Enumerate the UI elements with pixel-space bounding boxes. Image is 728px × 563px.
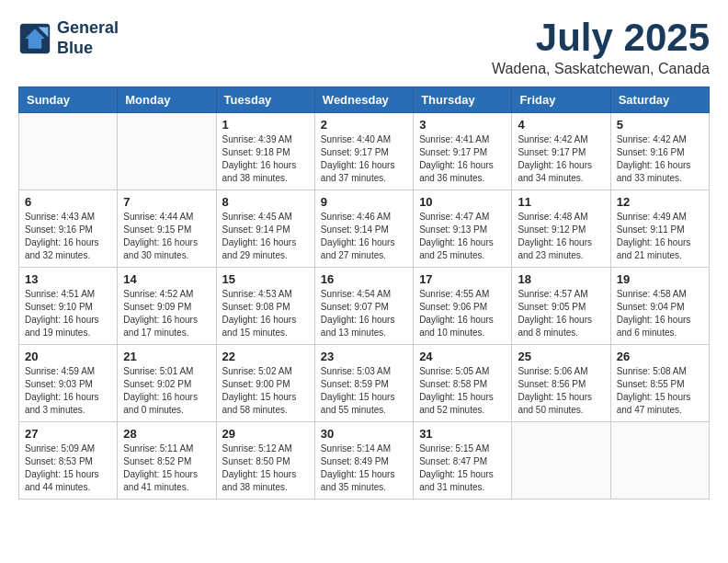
day-info: Sunrise: 4:47 AMSunset: 9:13 PMDaylight:… — [419, 211, 506, 262]
day-number: 25 — [518, 350, 604, 363]
day-number: 19 — [617, 272, 703, 286]
day-info: Sunrise: 4:58 AMSunset: 9:04 PMDaylight:… — [617, 288, 703, 339]
day-info: Sunrise: 4:51 AMSunset: 9:10 PMDaylight:… — [25, 288, 111, 339]
day-cell: 19Sunrise: 4:58 AMSunset: 9:04 PMDayligh… — [610, 268, 709, 345]
header: General Blue July 2025 Wadena, Saskatche… — [18, 18, 710, 77]
day-number: 24 — [419, 350, 506, 363]
day-cell: 24Sunrise: 5:05 AMSunset: 8:58 PMDayligh… — [414, 345, 512, 422]
day-info: Sunrise: 5:09 AMSunset: 8:53 PMDaylight:… — [25, 442, 111, 494]
day-cell: 20Sunrise: 4:59 AMSunset: 9:03 PMDayligh… — [19, 345, 118, 422]
day-info: Sunrise: 4:44 AMSunset: 9:15 PMDaylight:… — [123, 211, 210, 262]
day-number: 29 — [222, 427, 309, 441]
day-number: 16 — [321, 272, 407, 286]
day-cell: 18Sunrise: 4:57 AMSunset: 9:05 PMDayligh… — [512, 268, 610, 345]
day-cell: 2Sunrise: 4:40 AMSunset: 9:17 PMDaylight… — [314, 113, 413, 190]
day-cell: 16Sunrise: 4:54 AMSunset: 9:07 PMDayligh… — [314, 268, 413, 345]
day-number: 20 — [25, 350, 111, 363]
day-cell: 25Sunrise: 5:06 AMSunset: 8:56 PMDayligh… — [512, 345, 610, 422]
day-cell — [118, 113, 216, 190]
day-cell: 1Sunrise: 4:39 AMSunset: 9:18 PMDaylight… — [216, 113, 314, 190]
day-cell: 11Sunrise: 4:48 AMSunset: 9:12 PMDayligh… — [512, 190, 610, 268]
week-row-4: 20Sunrise: 4:59 AMSunset: 9:03 PMDayligh… — [19, 345, 710, 422]
day-number: 1 — [222, 118, 309, 132]
weekday-header-monday: Monday — [118, 87, 216, 113]
week-row-2: 6Sunrise: 4:43 AMSunset: 9:16 PMDaylight… — [19, 190, 710, 268]
day-cell: 13Sunrise: 4:51 AMSunset: 9:10 PMDayligh… — [19, 268, 118, 345]
day-info: Sunrise: 4:41 AMSunset: 9:17 PMDaylight:… — [419, 133, 506, 185]
month-title: July 2025 — [492, 18, 710, 57]
day-info: Sunrise: 4:49 AMSunset: 9:11 PMDaylight:… — [617, 211, 703, 262]
day-info: Sunrise: 4:42 AMSunset: 9:17 PMDaylight:… — [518, 133, 604, 185]
weekday-header-row: SundayMondayTuesdayWednesdayThursdayFrid… — [19, 87, 710, 113]
calendar-table: SundayMondayTuesdayWednesdayThursdayFrid… — [18, 86, 710, 500]
day-number: 11 — [518, 195, 604, 209]
title-area: July 2025 Wadena, Saskatchewan, Canada — [492, 18, 710, 77]
day-cell: 17Sunrise: 4:55 AMSunset: 9:06 PMDayligh… — [414, 268, 512, 345]
day-cell: 4Sunrise: 4:42 AMSunset: 9:17 PMDaylight… — [512, 113, 610, 190]
day-number: 18 — [518, 272, 604, 286]
day-number: 6 — [25, 195, 111, 209]
weekday-header-friday: Friday — [512, 87, 610, 113]
day-number: 30 — [321, 427, 407, 441]
day-info: Sunrise: 4:42 AMSunset: 9:16 PMDaylight:… — [617, 133, 703, 185]
day-info: Sunrise: 5:01 AMSunset: 9:02 PMDaylight:… — [123, 365, 210, 417]
day-cell: 8Sunrise: 4:45 AMSunset: 9:14 PMDaylight… — [216, 190, 314, 268]
week-row-1: 1Sunrise: 4:39 AMSunset: 9:18 PMDaylight… — [19, 113, 710, 190]
day-number: 28 — [123, 427, 210, 441]
logo-icon — [18, 22, 51, 55]
day-cell: 3Sunrise: 4:41 AMSunset: 9:17 PMDaylight… — [414, 113, 512, 190]
day-cell: 31Sunrise: 5:15 AMSunset: 8:47 PMDayligh… — [414, 422, 512, 500]
day-cell: 10Sunrise: 4:47 AMSunset: 9:13 PMDayligh… — [414, 190, 512, 268]
day-info: Sunrise: 5:03 AMSunset: 8:59 PMDaylight:… — [321, 365, 407, 417]
weekday-header-saturday: Saturday — [610, 87, 709, 113]
day-info: Sunrise: 4:46 AMSunset: 9:14 PMDaylight:… — [321, 211, 407, 262]
day-number: 21 — [123, 350, 210, 363]
day-info: Sunrise: 4:57 AMSunset: 9:05 PMDaylight:… — [518, 288, 604, 339]
day-info: Sunrise: 5:05 AMSunset: 8:58 PMDaylight:… — [419, 365, 506, 417]
day-number: 31 — [419, 427, 506, 441]
day-info: Sunrise: 4:59 AMSunset: 9:03 PMDaylight:… — [25, 365, 111, 417]
day-info: Sunrise: 5:02 AMSunset: 9:00 PMDaylight:… — [222, 365, 309, 417]
day-info: Sunrise: 4:52 AMSunset: 9:09 PMDaylight:… — [123, 288, 210, 339]
day-number: 2 — [321, 118, 407, 132]
day-cell: 26Sunrise: 5:08 AMSunset: 8:55 PMDayligh… — [610, 345, 709, 422]
day-number: 12 — [617, 195, 703, 209]
day-cell: 7Sunrise: 4:44 AMSunset: 9:15 PMDaylight… — [118, 190, 216, 268]
day-cell — [610, 422, 709, 500]
day-number: 9 — [321, 195, 407, 209]
day-info: Sunrise: 4:39 AMSunset: 9:18 PMDaylight:… — [222, 133, 309, 185]
day-cell: 22Sunrise: 5:02 AMSunset: 9:00 PMDayligh… — [216, 345, 314, 422]
day-cell: 5Sunrise: 4:42 AMSunset: 9:16 PMDaylight… — [610, 113, 709, 190]
week-row-5: 27Sunrise: 5:09 AMSunset: 8:53 PMDayligh… — [19, 422, 710, 500]
weekday-header-sunday: Sunday — [19, 87, 118, 113]
day-cell: 27Sunrise: 5:09 AMSunset: 8:53 PMDayligh… — [19, 422, 118, 500]
day-info: Sunrise: 4:54 AMSunset: 9:07 PMDaylight:… — [321, 288, 407, 339]
page-container: General Blue July 2025 Wadena, Saskatche… — [18, 18, 710, 500]
day-number: 10 — [419, 195, 506, 209]
day-info: Sunrise: 4:40 AMSunset: 9:17 PMDaylight:… — [321, 133, 407, 185]
day-number: 7 — [123, 195, 210, 209]
day-number: 5 — [617, 118, 703, 132]
weekday-header-tuesday: Tuesday — [216, 87, 314, 113]
day-cell: 23Sunrise: 5:03 AMSunset: 8:59 PMDayligh… — [314, 345, 413, 422]
logo: General Blue — [18, 18, 119, 58]
day-cell: 28Sunrise: 5:11 AMSunset: 8:52 PMDayligh… — [118, 422, 216, 500]
day-cell: 21Sunrise: 5:01 AMSunset: 9:02 PMDayligh… — [118, 345, 216, 422]
day-number: 8 — [222, 195, 309, 209]
day-number: 3 — [419, 118, 506, 132]
day-info: Sunrise: 4:45 AMSunset: 9:14 PMDaylight:… — [222, 211, 309, 262]
day-cell: 14Sunrise: 4:52 AMSunset: 9:09 PMDayligh… — [118, 268, 216, 345]
location-title: Wadena, Saskatchewan, Canada — [492, 61, 710, 77]
day-info: Sunrise: 5:14 AMSunset: 8:49 PMDaylight:… — [321, 442, 407, 494]
weekday-header-thursday: Thursday — [414, 87, 512, 113]
day-number: 4 — [518, 118, 604, 132]
day-number: 13 — [25, 272, 111, 286]
day-cell: 29Sunrise: 5:12 AMSunset: 8:50 PMDayligh… — [216, 422, 314, 500]
day-info: Sunrise: 5:15 AMSunset: 8:47 PMDaylight:… — [419, 442, 506, 494]
day-info: Sunrise: 5:06 AMSunset: 8:56 PMDaylight:… — [518, 365, 604, 417]
day-cell: 6Sunrise: 4:43 AMSunset: 9:16 PMDaylight… — [19, 190, 118, 268]
day-cell: 30Sunrise: 5:14 AMSunset: 8:49 PMDayligh… — [314, 422, 413, 500]
logo-text: General Blue — [57, 18, 119, 58]
day-number: 27 — [25, 427, 111, 441]
day-info: Sunrise: 5:12 AMSunset: 8:50 PMDaylight:… — [222, 442, 309, 494]
